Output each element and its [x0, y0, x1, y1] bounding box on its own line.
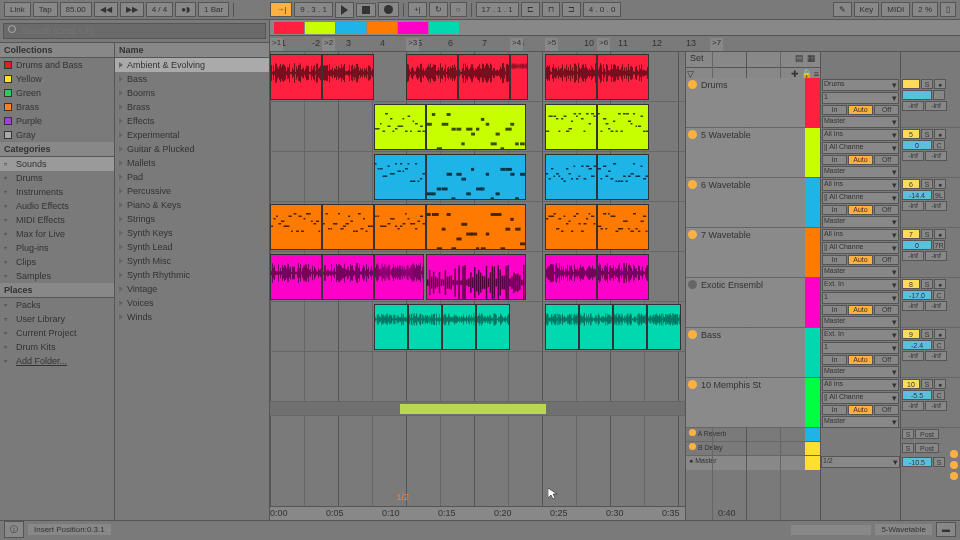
track-header[interactable]: Exotic Ensembl: [686, 278, 820, 328]
clip[interactable]: [647, 304, 681, 350]
collection-item[interactable]: Yellow: [0, 72, 114, 86]
sound-folder[interactable]: Brass: [115, 100, 269, 114]
sound-folder[interactable]: Synth Lead: [115, 240, 269, 254]
overdub-button[interactable]: +|: [408, 2, 427, 17]
return-track[interactable]: A Reverb: [686, 428, 820, 442]
clip[interactable]: [545, 204, 597, 250]
clip[interactable]: [510, 54, 528, 100]
clip[interactable]: [270, 254, 322, 300]
clip[interactable]: [545, 304, 579, 350]
automation-clip[interactable]: [400, 404, 546, 414]
clip[interactable]: [545, 254, 597, 300]
tap-button[interactable]: Tap: [33, 2, 58, 17]
session-rec[interactable]: ○: [450, 2, 467, 17]
place-item[interactable]: ▫Packs: [0, 298, 114, 312]
sound-folder[interactable]: Pad: [115, 170, 269, 184]
tracks-area[interactable]: 1/20:000:050:100:150:200:250:300:350:40: [270, 52, 685, 520]
collection-item[interactable]: Purple: [0, 114, 114, 128]
device-toggle[interactable]: ▬: [936, 522, 956, 537]
clip[interactable]: [408, 304, 442, 350]
punch-out[interactable]: ⊐: [562, 2, 581, 17]
bpm-field[interactable]: 85.00: [60, 2, 92, 17]
clip[interactable]: [597, 104, 649, 150]
track-row[interactable]: [270, 352, 685, 402]
category-item[interactable]: ▫Audio Effects: [0, 199, 114, 213]
clip[interactable]: [322, 254, 374, 300]
category-item[interactable]: ▫Samples: [0, 269, 114, 283]
place-item[interactable]: ▫Add Folder...: [0, 354, 114, 368]
category-item[interactable]: ▫Max for Live: [0, 227, 114, 241]
time-sig[interactable]: 4 / 4: [146, 2, 174, 17]
collection-item[interactable]: Gray: [0, 128, 114, 142]
clip[interactable]: [597, 204, 649, 250]
clip[interactable]: [476, 304, 510, 350]
track-row[interactable]: [270, 302, 685, 352]
quantize-menu[interactable]: 1 Bar: [198, 2, 229, 17]
position-field[interactable]: 9 . 3 . 1: [294, 2, 333, 17]
track-row[interactable]: [270, 52, 685, 102]
nudge-up[interactable]: ▶▶: [120, 2, 144, 17]
clip[interactable]: [442, 304, 476, 350]
stop-button[interactable]: [356, 3, 376, 17]
category-item[interactable]: ▫Clips: [0, 255, 114, 269]
sound-folder[interactable]: Bass: [115, 72, 269, 86]
clip[interactable]: [406, 54, 458, 100]
clip[interactable]: [270, 204, 322, 250]
sound-folder[interactable]: Percussive: [115, 184, 269, 198]
clip[interactable]: [545, 54, 597, 100]
clip[interactable]: [374, 304, 408, 350]
clip[interactable]: [374, 154, 426, 200]
clip[interactable]: [322, 204, 374, 250]
overview-bar[interactable]: [270, 20, 960, 36]
midi-button[interactable]: MIDI: [881, 2, 910, 17]
clip[interactable]: [426, 154, 526, 200]
track-header[interactable]: Drums: [686, 78, 820, 128]
clip[interactable]: [597, 254, 649, 300]
clip[interactable]: [374, 104, 426, 150]
info-toggle[interactable]: ⓘ: [4, 521, 24, 538]
clip[interactable]: [458, 54, 510, 100]
collection-item[interactable]: Green: [0, 86, 114, 100]
place-item[interactable]: ▫User Library: [0, 312, 114, 326]
play-button[interactable]: [335, 2, 354, 18]
place-item[interactable]: ▫Drum Kits: [0, 340, 114, 354]
category-item[interactable]: ▫Sounds: [0, 157, 114, 171]
clip[interactable]: [322, 54, 374, 100]
category-item[interactable]: ▫MIDI Effects: [0, 213, 114, 227]
search-input[interactable]: [3, 23, 266, 39]
track-row[interactable]: [270, 152, 685, 202]
track-header[interactable]: 10 Memphis St: [686, 378, 820, 428]
bar-ruler[interactable]: -1-234-567-8910111213 >1>2>3>4>5>6>7: [270, 36, 960, 52]
track-row[interactable]: [270, 252, 685, 302]
master-track[interactable]: ● Master: [686, 456, 820, 470]
clip[interactable]: [597, 154, 649, 200]
sound-folder[interactable]: Voices: [115, 296, 269, 310]
sound-folder[interactable]: Piano & Keys: [115, 198, 269, 212]
clip[interactable]: [270, 54, 322, 100]
clip[interactable]: [374, 204, 426, 250]
place-item[interactable]: ▫Current Project: [0, 326, 114, 340]
sound-folder[interactable]: Effects: [115, 114, 269, 128]
link-button[interactable]: Link: [4, 2, 31, 17]
sound-folder[interactable]: Synth Misc: [115, 254, 269, 268]
overload-indicator[interactable]: ▯: [940, 2, 956, 17]
clip[interactable]: [374, 254, 424, 300]
clip[interactable]: [613, 304, 647, 350]
return-track[interactable]: B Delay: [686, 442, 820, 456]
draw-mode[interactable]: ✎: [833, 2, 852, 17]
sound-folder[interactable]: Mallets: [115, 156, 269, 170]
side-selectors[interactable]: [950, 450, 958, 480]
track-row[interactable]: [270, 202, 685, 252]
sound-folder[interactable]: Synth Keys: [115, 226, 269, 240]
clip[interactable]: [579, 304, 613, 350]
time-ruler[interactable]: 0:000:050:100:150:200:250:300:350:40: [270, 506, 685, 520]
track-header[interactable]: 5 Wavetable: [686, 128, 820, 178]
sound-folder[interactable]: Strings: [115, 212, 269, 226]
automation-arm[interactable]: ↻: [429, 2, 448, 17]
sound-folder[interactable]: Vintage: [115, 282, 269, 296]
key-button[interactable]: Key: [854, 2, 880, 17]
punch-in[interactable]: ⊏: [521, 2, 540, 17]
follow-button[interactable]: →|: [270, 2, 292, 17]
track-header[interactable]: Bass: [686, 328, 820, 378]
track-header[interactable]: 7 Wavetable: [686, 228, 820, 278]
